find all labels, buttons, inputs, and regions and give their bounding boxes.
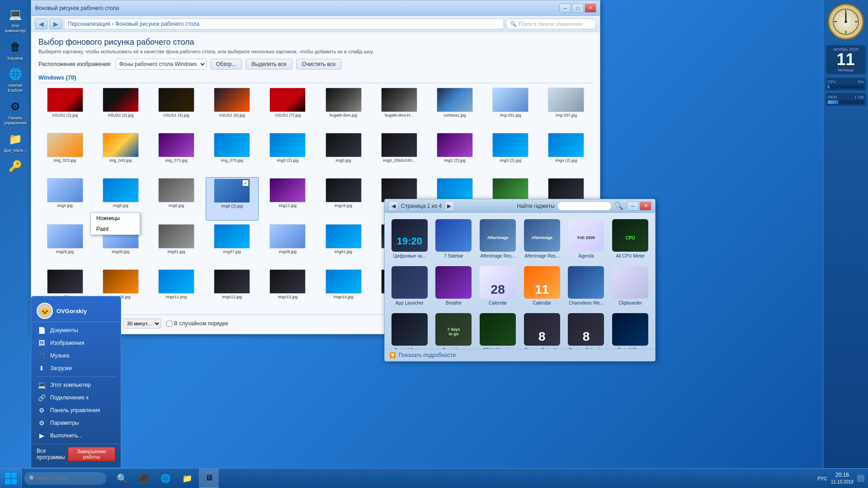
start-menu-item-images[interactable]: 🖼 Изображения <box>31 337 121 349</box>
sidebar-item-ie[interactable]: 🌐 Internet Explorer <box>1 64 29 95</box>
shutdown-button[interactable]: Завершение работы <box>68 447 115 461</box>
gadgets-next-btn[interactable]: ▶ <box>444 201 454 211</box>
image-thumb-img38[interactable]: img38.jpg <box>261 223 314 266</box>
image-thumb-img3-2[interactable]: img3 (2).jpg <box>484 132 537 174</box>
gadget-item-custom-calendar2[interactable]: 8 Custom Calendar <box>566 311 607 349</box>
gadget-item-countdown[interactable]: 7 days to go Countdown <box>434 311 474 349</box>
gadgets-minimize-button[interactable]: ─ <box>627 202 639 211</box>
image-thumb-imgx13[interactable]: imgx13.jpg <box>261 268 314 311</box>
gadget-item-afterimage-res2[interactable]: Afterimage Afterimage Res... <box>522 217 562 261</box>
image-thumb-asus1-2[interactable]: ASUS1 (2).jpg <box>94 87 147 129</box>
start-menu-item-settings[interactable]: ⚙ Параметры <box>31 417 121 429</box>
gadget-item-app-launcher[interactable]: App Launcher <box>389 264 430 308</box>
image-thumb-img075[interactable]: img_075.jpg <box>206 132 259 174</box>
sidebar-item-doc[interactable]: 📁 Доп_Мате... <box>1 129 29 155</box>
select-all-button[interactable]: Выделить все <box>245 59 292 70</box>
start-menu-item-connect[interactable]: 🔗 Подключение к <box>31 391 121 404</box>
browse-button[interactable]: Обзор... <box>210 59 242 70</box>
image-thumb-asus1-6[interactable]: ASUS1 (6).jpg <box>206 87 259 129</box>
gadget-item-calendar2[interactable]: 11 Calendar <box>522 264 562 308</box>
taskbar-notification-area[interactable] <box>857 475 864 482</box>
submenu-item-2[interactable]: Paint <box>91 224 140 235</box>
all-programs-link[interactable]: Все программы <box>37 448 68 460</box>
gadget-item-agenda[interactable]: Feb 2009 Agenda <box>566 217 607 261</box>
image-thumb-img6[interactable]: img6.jpg <box>150 177 203 221</box>
image-thumb-img41[interactable]: img41.jpg <box>317 223 370 266</box>
taskbar-search[interactable]: 🔍 <box>24 472 106 485</box>
taskbar-icon-ie[interactable]: 🌐 <box>156 469 175 488</box>
gadget-item-control-system[interactable]: Control System <box>389 311 430 349</box>
gadget-item-afterimage-res1[interactable]: Afterimage Afterimage Res... <box>477 217 518 261</box>
close-button[interactable]: ✕ <box>585 4 596 13</box>
clear-all-button[interactable]: Очистить все <box>296 59 341 70</box>
image-thumb-img031[interactable]: Img 031.jpg <box>484 87 537 129</box>
image-thumb-imgx12[interactable]: imgx12.jpg <box>206 268 259 311</box>
image-thumb-img2-2[interactable]: img2 (2).jpg <box>428 132 481 174</box>
start-menu-item-music[interactable]: 🎵 Музыка <box>31 349 121 362</box>
gadgets-search-input[interactable] <box>557 202 612 211</box>
gadget-item-all-cpu-meter[interactable]: CPU All CPU Meter <box>610 217 651 261</box>
image-thumb-cortana1[interactable]: cortana1.jpg <box>428 87 481 129</box>
image-thumb-asus1-7[interactable]: ASUS1 (7).jpg <box>261 87 314 129</box>
gadget-item-digital-clock[interactable]: 19:20 Цифровые ча... <box>389 217 430 261</box>
taskbar-icon-explorer[interactable]: 📁 <box>177 469 197 488</box>
image-thumb-asus1-1[interactable]: ASUS1 (1).jpg <box>38 87 91 129</box>
image-thumb-bugatti-divo-h[interactable]: bugatti-divo-H... <box>373 87 425 129</box>
gadget-item-date-time[interactable]: Date & Time <box>610 311 651 349</box>
minimize-button[interactable]: ─ <box>559 4 571 13</box>
start-menu-item-control-panel[interactable]: ⚙ Панель управления <box>31 404 121 417</box>
start-menu-item-run[interactable]: ▶ Выполнить... <box>31 429 121 442</box>
image-thumb-imgx11[interactable]: imgx11.png <box>150 268 203 311</box>
image-thumb-img4-2[interactable]: img4 (2).jpg <box>540 132 593 174</box>
image-thumb-asus1-4[interactable]: ASUS1 (4).jpg <box>150 87 203 129</box>
gadget-item-chameleon-we[interactable]: Chameleon We... <box>566 264 607 308</box>
gadgets-prev-btn[interactable]: ◀ <box>388 201 398 211</box>
image-thumb-img16[interactable]: img16.jpg <box>317 177 370 221</box>
image-thumb-img037[interactable]: Img 037.jpg <box>540 87 593 129</box>
taskbar-search-input[interactable] <box>36 476 90 481</box>
gadget-item-breathe[interactable]: Breathe <box>434 264 474 308</box>
taskbar-icon-task-view[interactable]: ⬛ <box>134 469 154 488</box>
gadgets-close-button[interactable]: ✕ <box>640 202 651 211</box>
sidebar-item-key[interactable]: 🔑 <box>1 156 29 177</box>
back-button[interactable]: ◀ <box>35 19 47 29</box>
gadget-item-custom-calendar1[interactable]: 8 Custom Calendar <box>522 311 562 349</box>
sidebar-item-trash[interactable]: 🗑 Корзина <box>1 37 29 63</box>
sidebar-item-my-computer[interactable]: 💻 Этот компьютер <box>1 5 29 35</box>
submenu-item-1[interactable]: Ножницы <box>91 213 140 224</box>
taskbar-icon-active[interactable]: 🖥 <box>199 469 219 488</box>
image-thumb-bugatti-divo[interactable]: bugatti-divo.jpg <box>317 87 370 129</box>
sidebar-item-control-panel[interactable]: ⚙ Панель управления <box>1 97 29 127</box>
image-thumb-img25[interactable]: img25.jpg <box>38 223 91 266</box>
image-thumb-img31[interactable]: img31.jpg <box>150 223 203 266</box>
gadget-item-7-sidebar[interactable]: 7 Sidebar <box>434 217 474 261</box>
image-thumb-img37[interactable]: img37.jpg <box>206 223 259 266</box>
image-thumb-img11[interactable]: img11.jpg <box>261 177 314 221</box>
image-thumb-img073[interactable]: img_073.jpg <box>150 132 203 174</box>
image-thumb-img4[interactable]: img4.jpg <box>38 177 91 221</box>
thumb-checkbox[interactable]: ✓ <box>242 180 249 186</box>
taskbar-icon-cortana[interactable]: 🔍 <box>112 469 132 488</box>
thumb-label-img4: img4.jpg <box>57 203 73 208</box>
forward-button[interactable]: ▶ <box>49 19 62 29</box>
slideshow-random-checkbox[interactable] <box>166 321 172 327</box>
start-menu-item-my-computer[interactable]: 💻 Этот компьютер <box>31 379 121 391</box>
image-thumb-imgx14[interactable]: imgx14.jpg <box>317 268 370 311</box>
image-thumb-img0-2560[interactable]: img0_2560x160... <box>373 132 425 174</box>
image-thumb-img023[interactable]: Img_023.jpg <box>38 132 91 174</box>
start-button[interactable] <box>0 469 22 488</box>
gadget-item-clipboarder[interactable]: Clipboarder <box>610 264 651 308</box>
gadget-item-cpu-utilization[interactable]: CPU Utilization <box>477 311 518 349</box>
slideshow-interval-select[interactable]: 30 минут... <box>123 319 161 328</box>
search-bar[interactable]: 🔍 Поиск в панели управления <box>506 19 596 29</box>
image-thumb-img9-2[interactable]: ✓ img9 (2).jpg <box>206 177 259 221</box>
maximize-button[interactable]: □ <box>572 4 584 13</box>
gadget-item-calendar1[interactable]: 28 Calendar <box>477 264 518 308</box>
start-menu-item-downloads[interactable]: ⬇ Загрузки <box>31 362 121 375</box>
gadgets-details-button[interactable]: 🔽 Показать подробности <box>389 352 456 358</box>
start-menu-item-documents[interactable]: 📄 Документы <box>31 324 121 337</box>
location-select[interactable]: Фоны рабочего стола Windows <box>115 59 207 70</box>
image-thumb-img043[interactable]: img_043.jpg <box>94 132 147 174</box>
image-thumb-img0[interactable]: img0.jpg <box>317 132 370 174</box>
image-thumb-img0-2[interactable]: img0 (2).jpg <box>261 132 314 174</box>
